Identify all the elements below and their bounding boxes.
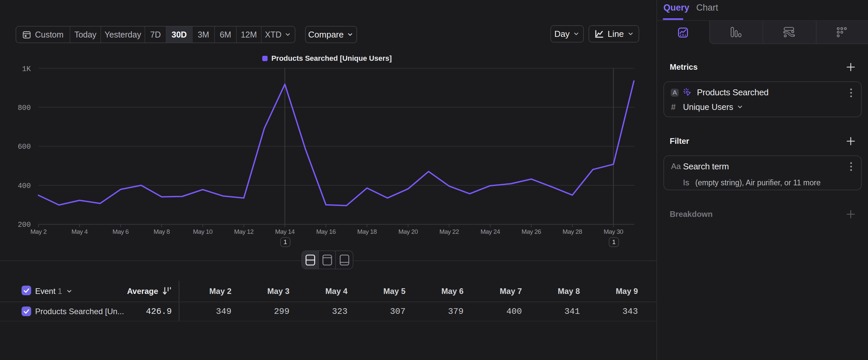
svg-text:May 18: May 18 [358,228,377,235]
svg-text:May 16: May 16 [316,228,336,235]
svg-text:1K: 1K [22,65,31,74]
svg-text:200: 200 [18,221,31,229]
svg-text:600: 600 [18,143,31,151]
svg-text:May 10: May 10 [193,228,213,235]
svg-text:May 20: May 20 [398,228,418,235]
svg-text:May 22: May 22 [439,228,459,235]
svg-text:May 14: May 14 [275,228,295,235]
svg-text:May 28: May 28 [563,228,582,235]
svg-text:800: 800 [18,104,31,112]
svg-text:May 30: May 30 [604,228,623,235]
svg-text:May 24: May 24 [480,228,500,235]
svg-text:May 6: May 6 [113,228,129,235]
svg-text:May 4: May 4 [72,228,88,235]
svg-text:May 12: May 12 [234,228,254,235]
svg-text:May 26: May 26 [522,228,541,235]
svg-text:400: 400 [18,182,31,190]
svg-text:May 2: May 2 [31,228,47,235]
svg-text:May 8: May 8 [154,228,170,235]
